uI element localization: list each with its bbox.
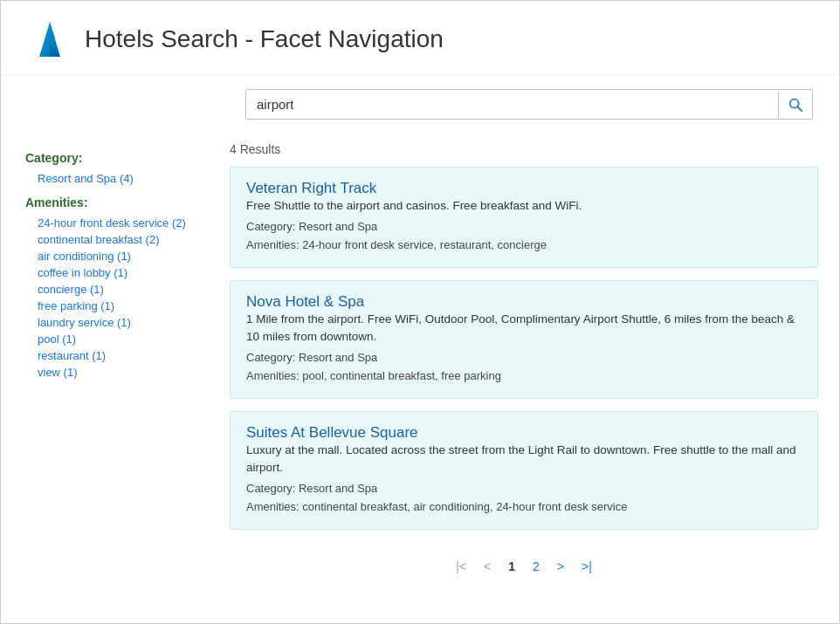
result-title-1[interactable]: Nova Hotel & Spa [246,293,364,310]
sidebar-amenity-9[interactable]: view (1) [25,364,200,381]
result-amenities-0: Amenities: 24-hour front desk service, r… [246,237,802,255]
svg-line-4 [797,106,802,111]
sidebar-category-resort-spa[interactable]: Resort and Spa (4) [25,170,200,187]
result-description-1: 1 Mile from the airport. Free WiFi, Outd… [246,311,802,346]
pagination-next[interactable]: > [553,558,568,575]
result-description-2: Luxury at the mall. Located across the s… [246,442,802,477]
sidebar-amenity-8[interactable]: restaurant (1) [25,347,200,364]
results-area: 4 Results Veteran Right Track Free Shutt… [217,134,839,601]
sidebar-amenity-2[interactable]: air conditioning (1) [25,248,200,264]
sidebar-amenity-3[interactable]: coffee in lobby (1) [25,264,200,281]
search-button[interactable] [778,92,812,118]
results-count: 4 Results [230,142,818,156]
sidebar-amenity-5[interactable]: free parking (1) [25,298,200,314]
pagination-prev[interactable]: < [479,558,495,575]
result-card-2: Suites At Bellevue Square Luxury at the … [230,411,818,530]
sidebar: Category: Resort and Spa (4) Amenities: … [1,134,217,601]
sidebar-amenity-4[interactable]: concierge (1) [25,281,200,298]
page-header: Hotels Search - Facet Navigation [1,1,839,75]
result-category-1: Category: Resort and Spa [246,349,802,367]
pagination-page-2[interactable]: 2 [528,558,544,575]
result-title-2[interactable]: Suites At Bellevue Square [246,424,418,441]
pagination: |< < 1 2 > >| [230,542,818,584]
result-amenities-2: Amenities: continental breakfast, air co… [246,498,802,517]
sidebar-amenity-7[interactable]: pool (1) [25,331,200,347]
result-card-0: Veteran Right Track Free Shuttle to the … [230,167,818,268]
pagination-page-1[interactable]: 1 [504,558,520,575]
sidebar-amenity-1[interactable]: continental breakfast (2) [25,231,200,248]
search-box [245,89,813,120]
sidebar-amenity-6[interactable]: laundry service (1) [25,314,200,331]
app-logo [27,17,72,62]
main-layout: Category: Resort and Spa (4) Amenities: … [1,134,839,601]
result-description-0: Free Shuttle to the airport and casinos.… [246,197,802,215]
pagination-first[interactable]: |< [451,558,471,575]
search-icon [788,97,803,113]
search-input[interactable] [246,90,778,119]
result-category-0: Category: Resort and Spa [246,218,802,237]
result-title-0[interactable]: Veteran Right Track [246,180,376,196]
pagination-last[interactable]: >| [577,558,596,575]
sidebar-amenity-0[interactable]: 24-hour front desk service (2) [25,215,200,231]
page-title: Hotels Search - Facet Navigation [85,25,444,53]
result-amenities-1: Amenities: pool, continental breakfast, … [246,367,802,386]
search-area [1,75,839,134]
result-category-2: Category: Resort and Spa [246,480,802,498]
amenities-label: Amenities: [25,195,200,209]
result-card-1: Nova Hotel & Spa 1 Mile from the airport… [230,280,818,399]
category-label: Category: [25,151,200,165]
